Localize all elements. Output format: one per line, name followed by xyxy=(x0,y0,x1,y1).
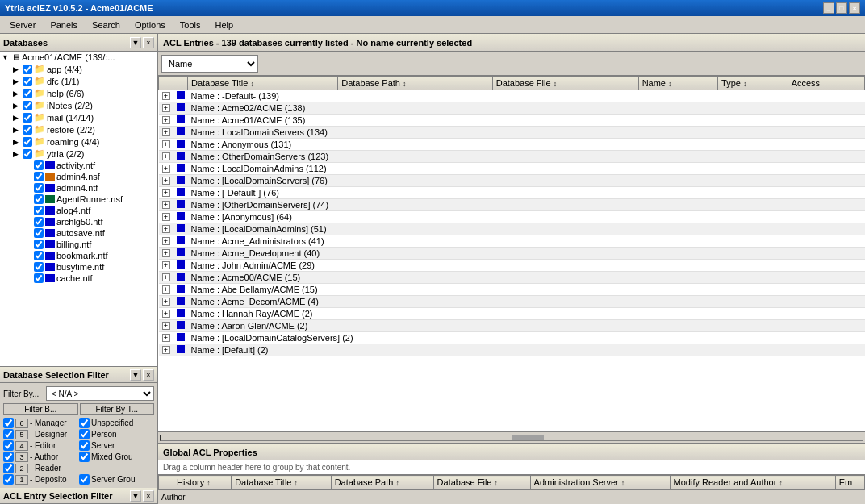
col-name[interactable]: Name ↕ xyxy=(638,77,717,90)
database-filter-header[interactable]: Database Selection Filter ▼ × xyxy=(0,367,157,383)
col-db-path[interactable]: Database Path ↕ xyxy=(338,77,492,90)
col-access[interactable]: Access xyxy=(788,77,864,90)
plus-icon[interactable]: + xyxy=(162,298,170,306)
checkbox-admin4nsf[interactable] xyxy=(34,172,44,181)
filter-b-button[interactable]: Filter B... xyxy=(3,403,78,415)
tree-node-ytria[interactable]: ▶ 📁 ytria (2/2) xyxy=(0,148,157,160)
expand-cell[interactable]: + xyxy=(159,272,173,284)
tree-node-help[interactable]: ▶ 📁 help (6/6) xyxy=(0,87,157,99)
checkbox-dfc[interactable] xyxy=(23,77,32,86)
checkbox-busytime[interactable] xyxy=(34,262,44,272)
table-row[interactable]: + Name : [LocalDomainAdmins] (51) xyxy=(159,223,865,235)
expand-cell[interactable]: + xyxy=(159,175,173,187)
checkbox-level-6[interactable] xyxy=(3,418,14,428)
bottom-col-history[interactable]: History ↕ xyxy=(173,476,232,489)
tree-node-bookmark[interactable]: bookmark.ntf xyxy=(0,250,157,261)
plus-icon[interactable]: + xyxy=(162,310,170,318)
table-row[interactable]: + Name : OtherDomainServers (123) xyxy=(159,151,865,163)
plus-icon[interactable]: + xyxy=(162,128,170,136)
checkbox-level-5[interactable] xyxy=(3,429,14,439)
plus-icon[interactable]: + xyxy=(162,322,170,330)
filter-by-dropdown[interactable]: < N/A > xyxy=(46,386,154,401)
tree-node-admin4ntf[interactable]: admin4.ntf xyxy=(0,182,157,194)
table-row[interactable]: + Name : Acme00/ACME (15) xyxy=(159,272,865,284)
checkbox-ytria[interactable] xyxy=(23,149,32,159)
checkbox-app[interactable] xyxy=(23,65,32,74)
checkbox-activity[interactable] xyxy=(34,160,44,170)
menu-search[interactable]: Search xyxy=(86,19,127,31)
plus-icon[interactable]: + xyxy=(162,334,170,342)
expand-cell[interactable]: + xyxy=(159,127,173,139)
bottom-col-modify[interactable]: Modify Reader and Author ↕ xyxy=(670,476,835,489)
plus-icon[interactable]: + xyxy=(162,249,170,257)
checkbox-cache[interactable] xyxy=(34,273,44,283)
checkbox-bookmark[interactable] xyxy=(34,251,44,260)
plus-icon[interactable]: + xyxy=(162,165,170,173)
bottom-col-admin-server[interactable]: Administration Server ↕ xyxy=(530,476,670,489)
plus-icon[interactable]: + xyxy=(162,213,170,221)
checkbox-level-3[interactable] xyxy=(3,452,14,462)
horizontal-scroll[interactable] xyxy=(158,431,865,443)
bottom-col-em[interactable]: Em xyxy=(835,476,864,489)
plus-icon[interactable]: + xyxy=(162,346,170,354)
expand-cell[interactable]: + xyxy=(159,90,173,102)
table-row[interactable]: + Name : LocalDomainAdmins (112) xyxy=(159,163,865,175)
tree-node-alog4[interactable]: alog4.ntf xyxy=(0,205,157,216)
expand-cell[interactable]: + xyxy=(159,139,173,151)
table-row[interactable]: + Name : Abe Bellamy/ACME (15) xyxy=(159,284,865,296)
plus-icon[interactable]: + xyxy=(162,104,170,112)
expand-cell[interactable]: + xyxy=(159,284,173,296)
tree-node-admin4nsf[interactable]: admin4.nsf xyxy=(0,171,157,182)
expand-cell[interactable]: + xyxy=(159,199,173,211)
tree-node-mail[interactable]: ▶ 📁 mail (14/14) xyxy=(0,111,157,123)
expand-cell[interactable]: + xyxy=(159,296,173,308)
expand-cell[interactable]: + xyxy=(159,223,173,235)
maximize-button[interactable]: □ xyxy=(836,2,847,14)
table-row[interactable]: + Name : Acme02/ACME (138) xyxy=(159,102,865,115)
checkbox-person[interactable] xyxy=(79,429,90,439)
databases-close-button[interactable]: × xyxy=(143,37,154,48)
table-row[interactable]: + Name : [-Default-] (76) xyxy=(159,187,865,199)
plus-icon[interactable]: + xyxy=(162,116,170,124)
checkbox-level-4[interactable] xyxy=(3,440,14,451)
menu-options[interactable]: Options xyxy=(128,19,172,31)
table-row[interactable]: + Name : Aaron Glen/ACME (2) xyxy=(159,320,865,332)
plus-icon[interactable]: + xyxy=(162,273,170,281)
plus-icon[interactable]: + xyxy=(162,177,170,185)
expand-cell[interactable]: + xyxy=(159,211,173,223)
tree-node-restore[interactable]: ▶ 📁 restore (2/2) xyxy=(0,123,157,135)
checkbox-inotes[interactable] xyxy=(23,101,32,110)
expand-cell[interactable]: + xyxy=(159,187,173,199)
checkbox-alog4[interactable] xyxy=(34,206,44,215)
tree-node-inotes[interactable]: ▶ 📁 iNotes (2/2) xyxy=(0,99,157,111)
table-row[interactable]: + Name : Hannah Ray/ACME (2) xyxy=(159,308,865,320)
acl-filter-close[interactable]: × xyxy=(143,490,154,502)
filter-t-button[interactable]: Filter By T... xyxy=(80,403,155,415)
col-type[interactable]: Type ↕ xyxy=(718,77,788,90)
expand-cell[interactable]: + xyxy=(159,235,173,248)
table-row[interactable]: + Name : -Default- (139) xyxy=(159,90,865,102)
menu-help[interactable]: Help xyxy=(209,19,240,31)
table-row[interactable]: + Name : Anonymous (131) xyxy=(159,139,865,151)
checkbox-archlg50[interactable] xyxy=(34,217,44,227)
menu-server[interactable]: Server xyxy=(3,19,42,31)
tree-root[interactable]: ▼ 🖥 Acme01/ACME (139/:... xyxy=(0,52,157,63)
col-icon[interactable] xyxy=(173,77,188,90)
db-filter-expand[interactable]: ▼ xyxy=(130,369,141,381)
table-row[interactable]: + Name : LocalDomainServers (134) xyxy=(159,127,865,139)
sort-by-dropdown[interactable]: Name Database Title Database Path Databa… xyxy=(161,55,258,73)
checkbox-unspecified[interactable] xyxy=(79,418,90,428)
tree-node-agentrunner[interactable]: AgentRunner.nsf xyxy=(0,194,157,205)
expand-cell[interactable]: + xyxy=(159,248,173,260)
table-row[interactable]: + Name : [Default] (2) xyxy=(159,344,865,356)
expand-cell[interactable]: + xyxy=(159,320,173,332)
menu-tools[interactable]: Tools xyxy=(173,19,207,31)
plus-icon[interactable]: + xyxy=(162,201,170,209)
checkbox-agentrunner[interactable] xyxy=(34,194,44,204)
checkbox-roaming[interactable] xyxy=(23,137,32,147)
plus-icon[interactable]: + xyxy=(162,285,170,294)
table-row[interactable]: + Name : [LocalDomainServers] (76) xyxy=(159,175,865,187)
table-row[interactable]: + Name : [Anonymous] (64) xyxy=(159,211,865,223)
plus-icon[interactable]: + xyxy=(162,225,170,233)
expand-cell[interactable]: + xyxy=(159,102,173,115)
